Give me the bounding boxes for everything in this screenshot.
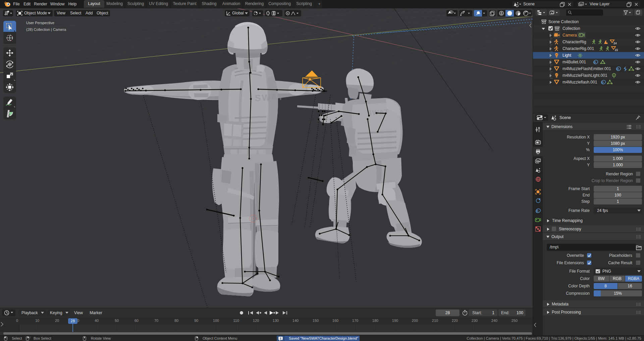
svg-text:SWAT: SWAT bbox=[255, 92, 284, 103]
svg-text:24: 24 bbox=[613, 42, 616, 45]
svg-text:22: 22 bbox=[615, 48, 618, 51]
svg-text:SWAT: SWAT bbox=[367, 108, 390, 117]
